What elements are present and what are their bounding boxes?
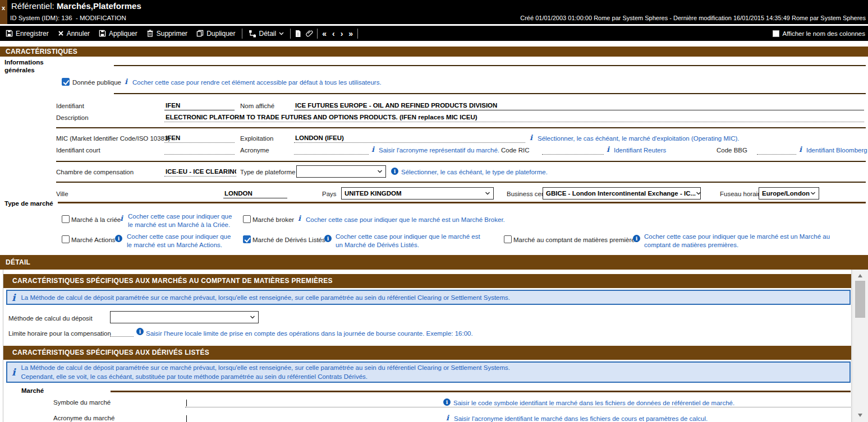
save-button[interactable]: Enregistrer [1, 26, 53, 41]
pays-value: UNITED KINGDOM [345, 190, 402, 197]
donnee-publique-info: Cocher cette case pour rendre cet élémen… [132, 79, 382, 86]
mic-input[interactable]: IFEN [164, 133, 235, 143]
pays-select[interactable]: UNITED KINGDOM [341, 187, 494, 200]
marche-derives-listes-info: Cocher cette case pour indiquer que le m… [336, 233, 480, 249]
group-divider [58, 202, 866, 203]
acronyme-info: Saisir l'acronyme représentatif du march… [379, 147, 499, 154]
info-icon: i [120, 215, 123, 222]
fuseau-horaire-select[interactable]: Europe/London [759, 187, 819, 200]
show-columns-label: Afficher le nom des colonnes [783, 30, 865, 37]
methode-deposit-select[interactable] [110, 311, 259, 323]
section-detail-header: DÉTAIL [0, 255, 868, 270]
divider [114, 65, 866, 66]
marche-broker-checkbox[interactable] [243, 215, 251, 223]
marche-comptant-mp-info: Cocher cette case pour indiquer que le m… [644, 233, 857, 249]
audit-info: Créé 01/01/2003 01:00:00 Rome par System… [520, 12, 866, 24]
type-plateforme-select[interactable] [296, 165, 386, 178]
description-input[interactable]: ELECTRONIC PLATFORM TO TRADE FUTURES AND… [164, 113, 864, 122]
donnee-publique-checkbox[interactable] [62, 78, 70, 86]
info-icon: i [799, 146, 802, 154]
nav-next-button[interactable]: › [338, 29, 346, 38]
scrollbar-thumb[interactable] [855, 281, 865, 318]
marche-actions-info: Cocher cette case pour indiquer que le m… [127, 233, 235, 249]
chevron-down-icon [250, 316, 255, 319]
marche-criee-label: Marché à la criée [71, 216, 121, 223]
marche-actions-checkbox[interactable] [62, 235, 70, 243]
nav-prev-button[interactable]: ‹ [329, 29, 338, 38]
code-bbg-input[interactable] [757, 145, 796, 155]
chambre-compensation-input[interactable]: ICE-EU - ICE CLEARING EU [164, 167, 236, 177]
marche-derives-listes-checkbox[interactable] [243, 235, 251, 243]
show-columns-checkbox[interactable] [773, 30, 779, 37]
subsection-mp-header: CARACTÉRISTIQUES SPÉCIFIQUES AUX MARCHÉS… [3, 274, 851, 288]
text-cursor [186, 415, 187, 422]
scroll-down-arrow[interactable] [858, 414, 862, 417]
nav-first-button[interactable]: « [319, 29, 329, 38]
description-label: Description [56, 114, 89, 121]
acronyme-marche-label: Acronyme du marché [53, 415, 114, 421]
record-id: ID System (IDM): 136 - MODIFICATION [10, 15, 126, 21]
apply-button[interactable]: Appliquer [94, 26, 142, 41]
identifiant-input[interactable]: IFEN [164, 101, 235, 110]
info-icon: i [298, 215, 301, 222]
pays-label: Pays [322, 191, 337, 197]
detail-menu-button[interactable]: Détail [244, 26, 289, 41]
marche-criee-checkbox[interactable] [62, 215, 70, 223]
subsection-dl-title: CARACTÉRISTIQUES SPÉCIFIQUES AUX DÉRIVÉS… [12, 349, 209, 356]
cancel-button[interactable]: Annuler [53, 26, 94, 41]
exploitation-input[interactable]: LONDON (IFEU) [294, 133, 525, 143]
acronyme-input[interactable] [294, 145, 369, 155]
save-label: Enregistrer [16, 30, 49, 38]
identifiant-court-input[interactable] [164, 145, 235, 155]
close-icon[interactable]: x [2, 5, 5, 11]
nav-last-button[interactable]: » [346, 29, 356, 38]
save-icon [6, 30, 13, 37]
chambre-compensation-label: Chambre de compensation [56, 169, 134, 175]
delete-button[interactable]: Supprimer [142, 26, 192, 41]
detail-menu-label: Détail [259, 30, 277, 38]
paperclip-icon [306, 30, 313, 37]
ville-label: Ville [56, 191, 68, 197]
group-divider [111, 391, 851, 392]
duplicate-button[interactable]: Dupliquer [192, 26, 240, 41]
info-icon: i [125, 78, 127, 86]
marche-comptant-mp-checkbox[interactable] [504, 235, 512, 243]
mp-info-text: La Méthode de calcul de déposit paramétr… [21, 293, 510, 302]
ville-input[interactable]: LONDON [223, 189, 287, 198]
group-informations-generales: Informations générales [4, 58, 50, 74]
business-center-value: GBICE - London Intercontinental Exchange… [546, 190, 696, 197]
business-center-select[interactable]: GBICE - London Intercontinental Exchange… [543, 187, 701, 200]
group-marche: Marché [21, 387, 44, 395]
marche-broker-label: Marché broker [252, 216, 294, 223]
mic-label: MIC (Market Identifier Code/ISO 10383) [56, 135, 170, 142]
attachment-button[interactable] [304, 26, 315, 41]
code-ric-label: Code RIC [501, 147, 530, 154]
identifiant-court-label: Identifiant court [56, 147, 100, 154]
scroll-up-arrow[interactable] [858, 274, 862, 277]
nom-affiche-input[interactable]: ICE FUTURES EUROPE - OIL AND REFINED PRO… [294, 101, 864, 110]
marche-derives-listes-label: Marché de Dérivés Listés [252, 236, 325, 243]
delete-label: Supprimer [157, 30, 187, 38]
exploitation-label: Exploitation [240, 135, 273, 142]
app-window: x Référentiel: Marchés,Plateformes ID Sy… [0, 0, 868, 422]
chevron-down-icon [485, 192, 490, 195]
page-title: Référentiel: Marchés,Plateformes [11, 1, 141, 11]
info-circle-icon: i [136, 328, 144, 335]
title-bar: Référentiel: Marchés,Plateformes [0, 0, 868, 12]
page-title-main: Marchés,Plateformes [57, 1, 141, 11]
cancel-icon [58, 30, 64, 36]
chevron-down-icon [696, 192, 701, 195]
code-bbg-label: Code BBG [717, 147, 747, 154]
limite-horaire-info: Saisir l'heure locale limite de prise en… [146, 330, 473, 337]
dl-info-text: La Méthode de calcul de déposit paramétr… [21, 363, 510, 381]
group-type-de-marche: Type de marché [4, 200, 53, 207]
exploitation-info: Sélectionner, le cas échéant, le marché … [538, 135, 740, 142]
chevron-down-icon [810, 192, 816, 195]
dl-info-line1: La Méthode de calcul de déposit paramétr… [21, 364, 510, 371]
code-ric-input[interactable] [542, 145, 604, 155]
fuseau-horaire-label: Fuseau horaire [720, 191, 763, 197]
document-button[interactable] [292, 26, 304, 41]
limite-horaire-input[interactable] [110, 328, 134, 337]
id-bar: ID System (IDM): 136 - MODIFICATION Créé… [0, 12, 868, 24]
copy-icon [196, 30, 204, 37]
